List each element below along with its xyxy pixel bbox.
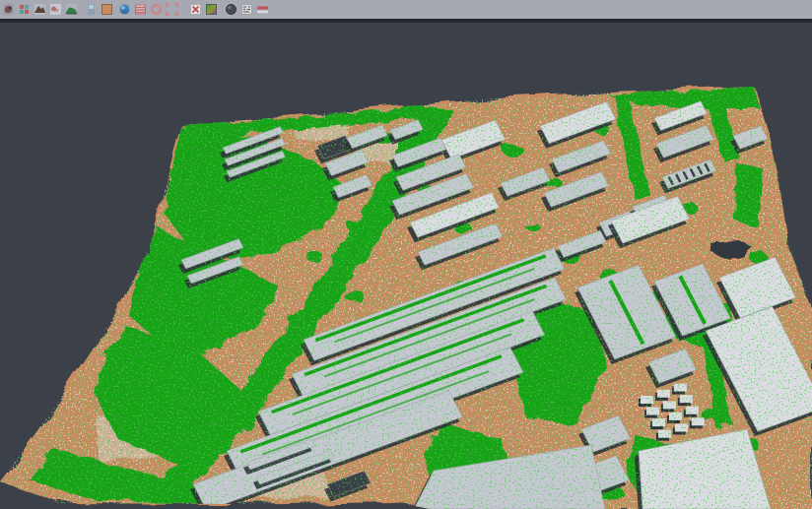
3d-viewport[interactable] — [0, 23, 812, 509]
mountain-icon-glyph — [34, 3, 46, 16]
selection-brackets-icon-glyph — [166, 3, 178, 16]
red-bars-icon[interactable] — [256, 3, 269, 16]
maroon-blotch-icon-glyph — [2, 3, 15, 16]
selection-brackets-icon[interactable] — [166, 3, 178, 16]
notes-icon-glyph — [240, 3, 253, 16]
red-striped-square-icon-glyph — [134, 3, 147, 16]
red-teal-pixels-icon[interactable] — [18, 3, 31, 16]
red-bars-icon-glyph — [256, 3, 269, 16]
main-toolbar — [0, 0, 812, 19]
red-ring-icon[interactable] — [150, 3, 163, 16]
notes-icon[interactable] — [240, 3, 253, 16]
orange-square-icon[interactable] — [101, 3, 113, 16]
green-hill-icon[interactable] — [65, 3, 78, 16]
red-cross-icon-glyph — [189, 3, 202, 16]
dark-sphere-icon[interactable] — [225, 3, 237, 16]
dark-sphere-icon-glyph — [225, 3, 237, 16]
blue-sphere-icon[interactable] — [118, 3, 131, 16]
blue-sphere-icon-glyph — [118, 3, 131, 16]
orange-square-icon-glyph — [101, 3, 113, 16]
blue-panel-icon[interactable] — [85, 3, 98, 16]
red-cross-icon[interactable] — [189, 3, 202, 16]
gray-smudge-icon-glyph — [49, 3, 62, 16]
gray-smudge-icon[interactable] — [49, 3, 62, 16]
red-striped-square-icon[interactable] — [134, 3, 147, 16]
green-hill-icon-glyph — [65, 3, 78, 16]
blue-panel-icon-glyph — [85, 3, 98, 16]
rainbow-square-icon[interactable] — [205, 3, 218, 16]
point-cloud-render — [0, 23, 812, 509]
rainbow-square-icon-glyph — [205, 3, 218, 16]
maroon-blotch-icon[interactable] — [2, 3, 15, 16]
red-teal-pixels-icon-glyph — [18, 3, 31, 16]
red-ring-icon-glyph — [150, 3, 163, 16]
mountain-icon[interactable] — [34, 3, 46, 16]
